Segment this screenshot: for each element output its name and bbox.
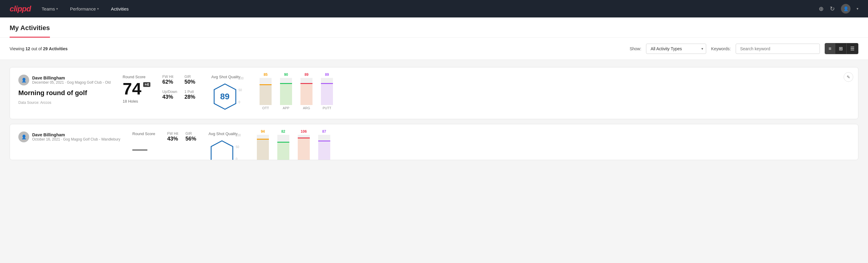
shot-quality-section: Avg Shot Quality 89 100 50 0 xyxy=(211,75,850,112)
score-holes: 18 Holes xyxy=(123,99,150,104)
keywords-label: Keywords: xyxy=(711,46,731,51)
avatar-person-icon-2: 👤 xyxy=(21,135,27,139)
chart-val-putt-2: 87 xyxy=(322,129,326,134)
navbar: clippd Teams ▾ Performance ▾ Activities … xyxy=(0,0,868,18)
round-score-label: Round Score xyxy=(123,75,150,79)
page-header: My Activities xyxy=(0,18,868,38)
chart-bar-ott xyxy=(259,84,272,105)
activity-type-select-wrapper: All Activity Types ▾ xyxy=(646,43,706,54)
refresh-icon[interactable]: ↻ xyxy=(830,5,835,12)
card-stats-2: Round Score FW Hit 43% GIR 56% xyxy=(132,132,196,150)
user-avatar-menu[interactable]: 👤 xyxy=(841,4,850,13)
chart-val-ott: 85 xyxy=(264,72,268,77)
shot-quality-section-2: Avg Shot Quality 100 50 0 xyxy=(209,132,850,160)
shot-quality-group-2: Avg Shot Quality xyxy=(209,132,238,160)
mini-stats-group: FW Hit 62% GIR 50% Up/Down 43% 1 Putt 28… xyxy=(162,75,199,104)
chart-val-app-2: 82 xyxy=(281,129,285,134)
chart-label-putt: PUTT xyxy=(323,106,332,110)
card-left-section: 👤 Dave Billingham December 05, 2021 · Go… xyxy=(18,75,111,105)
gir-label-2: GIR xyxy=(186,132,197,136)
avatar-icon: 👤 xyxy=(843,6,848,11)
activities-content: 👤 Dave Billingham December 05, 2021 · Go… xyxy=(0,60,868,167)
view-list-button[interactable]: ☰ xyxy=(847,43,858,54)
filter-bar: Viewing 12 out of 29 Activities Show: Al… xyxy=(0,38,868,60)
edit-button[interactable]: ✎ xyxy=(844,72,853,82)
chart-bar-wrap-putt: 89 xyxy=(321,78,333,105)
avg-shot-quality-label: Avg Shot Quality xyxy=(211,75,241,79)
chart-col-ott: 85 OTT xyxy=(256,78,275,110)
score-big: 74 +4 xyxy=(123,80,150,97)
hexagon-svg-2 xyxy=(210,140,234,160)
view-list-dense-button[interactable]: ≡ xyxy=(825,43,835,54)
bar-chart-container: 100 50 0 85 xyxy=(248,77,336,110)
chart-col-app: 90 APP xyxy=(277,78,295,110)
chart-val-arg-2: 106 xyxy=(301,129,307,134)
one-putt-value: 28% xyxy=(184,94,199,100)
chart-bar-top-putt xyxy=(321,83,333,84)
viewing-count-text: Viewing 12 out of 29 Activities xyxy=(10,46,68,51)
chart-val-putt: 89 xyxy=(325,72,329,77)
activity-title: Morning round of golf xyxy=(18,89,111,97)
chart-label-app: APP xyxy=(283,106,289,110)
nav-performance[interactable]: Performance ▾ xyxy=(69,6,100,11)
chart-label-ott: OTT xyxy=(262,106,269,110)
score-value: 74 xyxy=(123,80,142,97)
fw-hit-value: 62% xyxy=(162,79,177,85)
fw-hit-label: FW Hit xyxy=(162,75,177,79)
activity-type-select[interactable]: All Activity Types xyxy=(646,43,706,54)
chart-bar-top-app xyxy=(280,83,292,84)
chart-col-putt-2: 87 PUTT xyxy=(315,135,333,160)
nav-teams[interactable]: Teams ▾ xyxy=(40,6,59,11)
activity-card-2: 👤 Dave Billingham October 16, 2021 · Gog… xyxy=(10,124,858,160)
nav-activities[interactable]: Activities xyxy=(110,6,130,11)
gir-group-2: GIR 56% xyxy=(186,132,197,150)
chart-bar-wrap-ott: 85 xyxy=(259,78,272,105)
hexagon-wrap-2 xyxy=(209,139,236,160)
chart-val-arg: 89 xyxy=(304,72,308,77)
round-score-group: Round Score 74 +4 18 Holes xyxy=(123,75,150,104)
chart-bar-top-ott xyxy=(259,84,272,85)
score-diff-badge: +4 xyxy=(143,82,150,87)
chart-bar-wrap-arg: 89 xyxy=(301,78,312,105)
chart-y-axis: 100 50 0 xyxy=(239,77,244,104)
chart-bar-arg-2 xyxy=(298,138,310,160)
user-info: Dave Billingham December 05, 2021 · Gog … xyxy=(32,76,111,85)
chart-bar-putt-2 xyxy=(318,141,330,160)
chart-col-putt: 89 PUTT xyxy=(318,78,336,110)
chart-val-app: 90 xyxy=(284,72,288,77)
avatar-person-icon: 👤 xyxy=(21,78,27,83)
chart-area: 100 50 0 85 xyxy=(248,77,336,110)
viewing-current: 12 xyxy=(26,46,30,51)
brand-logo[interactable]: clippd xyxy=(10,4,31,13)
chart-val-ott-2: 94 xyxy=(261,129,265,134)
user-menu-chevron-icon[interactable]: ▾ xyxy=(857,7,858,11)
activity-card: 👤 Dave Billingham December 05, 2021 · Go… xyxy=(10,67,858,119)
one-putt-group: 1 Putt 28% xyxy=(184,90,199,104)
nav-right-actions: ⊕ ↻ 👤 ▾ xyxy=(819,4,858,13)
chart-bar-wrap-putt-2: 87 xyxy=(318,135,330,160)
view-grid-button[interactable]: ⊞ xyxy=(835,43,847,54)
chart-y-axis-2: 100 50 0 xyxy=(236,134,241,160)
keyword-search-input[interactable] xyxy=(736,43,820,54)
chart-bar-arg xyxy=(301,83,312,105)
gir-group: GIR 50% xyxy=(184,75,199,88)
gir-label: GIR xyxy=(184,75,199,79)
one-putt-label: 1 Putt xyxy=(184,90,199,94)
user-row: 👤 Dave Billingham December 05, 2021 · Go… xyxy=(18,75,111,85)
avatar: 👤 xyxy=(18,75,29,85)
add-circle-icon[interactable]: ⊕ xyxy=(819,5,824,12)
up-down-label: Up/Down xyxy=(162,90,177,94)
user-date: December 05, 2021 · Gog Magog Golf Club … xyxy=(32,80,111,85)
chart-label-arg: ARG xyxy=(303,106,310,110)
chart-bar-wrap-ott-2: 94 xyxy=(257,135,269,160)
teams-chevron-icon: ▾ xyxy=(56,7,58,11)
chart-area-2: 100 50 0 94 xyxy=(245,134,333,160)
chart-bar-wrap-app: 90 xyxy=(280,78,292,105)
performance-chevron-icon: ▾ xyxy=(97,7,99,11)
score-placeholder-2 xyxy=(132,139,147,150)
gir-value: 50% xyxy=(184,79,199,85)
user-row-2: 👤 Dave Billingham October 16, 2021 · Gog… xyxy=(18,132,120,142)
chart-bars-2: 94 OTT 82 APP xyxy=(254,134,333,160)
fw-hit-group: FW Hit 62% xyxy=(162,75,177,88)
show-label: Show: xyxy=(629,46,641,51)
